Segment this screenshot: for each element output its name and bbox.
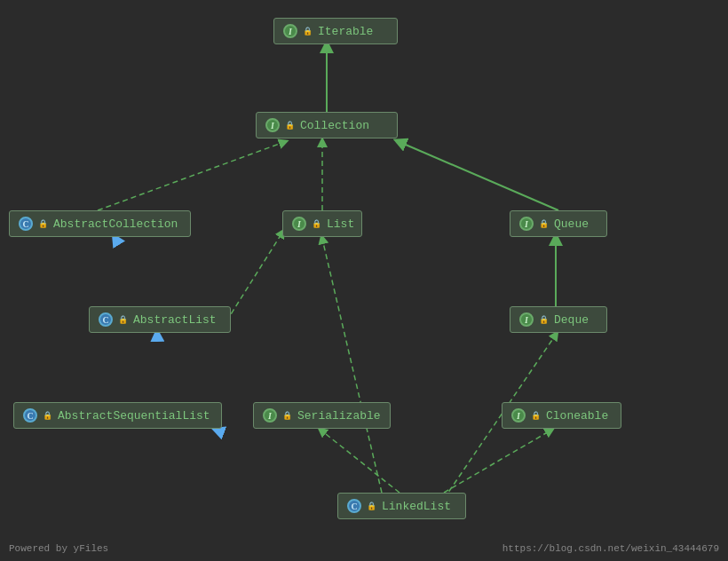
- node-abstractlist: C 🔒 AbstractList: [89, 306, 231, 333]
- lock-serializable: 🔒: [282, 411, 292, 421]
- label-abstractcollection: AbstractCollection: [53, 217, 178, 231]
- label-linkedlist: LinkedList: [382, 500, 451, 513]
- icon-collection: I: [265, 118, 280, 132]
- label-abstractlist: AbstractList: [133, 313, 217, 327]
- svg-line-6: [400, 142, 558, 210]
- lock-iterable: 🔒: [303, 27, 313, 36]
- lock-list: 🔒: [312, 219, 321, 229]
- icon-abstractsequentiallist: C: [23, 408, 37, 423]
- svg-line-7: [115, 239, 157, 306]
- label-queue: Queue: [554, 217, 589, 231]
- icon-list: I: [292, 217, 306, 231]
- label-cloneable: Cloneable: [546, 409, 608, 423]
- node-list: I 🔒 List: [282, 210, 362, 237]
- svg-line-14: [444, 431, 550, 493]
- icon-abstractcollection: C: [19, 217, 33, 231]
- node-iterable: I 🔒 Iterable: [273, 18, 398, 44]
- node-linkedlist: C 🔒 LinkedList: [337, 493, 466, 519]
- svg-line-12: [322, 239, 382, 493]
- node-queue: I 🔒 Queue: [510, 210, 607, 237]
- node-abstractsequentiallist: C 🔒 AbstractSequentialList: [13, 402, 222, 429]
- node-deque: I 🔒 Deque: [510, 306, 607, 333]
- node-abstractcollection: C 🔒 AbstractCollection: [9, 210, 191, 237]
- icon-deque: I: [519, 312, 534, 327]
- label-deque: Deque: [554, 313, 589, 327]
- icon-iterable: I: [283, 24, 297, 38]
- icon-linkedlist: C: [347, 499, 361, 513]
- lock-cloneable: 🔒: [531, 411, 541, 421]
- label-iterable: Iterable: [318, 25, 373, 38]
- icon-cloneable: I: [511, 408, 526, 423]
- footer-left: Powered by yFiles: [9, 543, 108, 554]
- label-list: List: [327, 217, 354, 231]
- lock-queue: 🔒: [539, 219, 549, 229]
- svg-line-10: [157, 335, 160, 402]
- node-serializable: I 🔒 Serializable: [253, 402, 391, 429]
- svg-line-13: [321, 431, 400, 493]
- lock-abstractsequentiallist: 🔒: [43, 411, 52, 421]
- icon-abstractlist: C: [99, 312, 113, 327]
- arrows-svg: [0, 0, 728, 561]
- label-abstractsequentiallist: AbstractSequentialList: [58, 409, 210, 423]
- lock-collection: 🔒: [285, 121, 295, 130]
- footer-right: https://blog.csdn.net/weixin_43444679: [502, 543, 719, 554]
- lock-linkedlist: 🔒: [367, 502, 376, 511]
- icon-serializable: I: [263, 408, 277, 423]
- lock-abstractlist: 🔒: [118, 315, 128, 325]
- node-cloneable: I 🔒 Cloneable: [502, 402, 621, 429]
- label-serializable: Serializable: [297, 409, 381, 423]
- label-collection: Collection: [300, 119, 369, 132]
- lock-abstractcollection: 🔒: [38, 219, 48, 229]
- svg-line-4: [98, 142, 284, 210]
- svg-line-8: [226, 233, 282, 321]
- svg-line-11: [218, 431, 382, 493]
- icon-queue: I: [519, 217, 534, 231]
- lock-deque: 🔒: [539, 315, 549, 325]
- diagram-container: I 🔒 Iterable I 🔒 Collection C 🔒 Abstract…: [0, 0, 728, 561]
- node-collection: I 🔒 Collection: [256, 112, 398, 138]
